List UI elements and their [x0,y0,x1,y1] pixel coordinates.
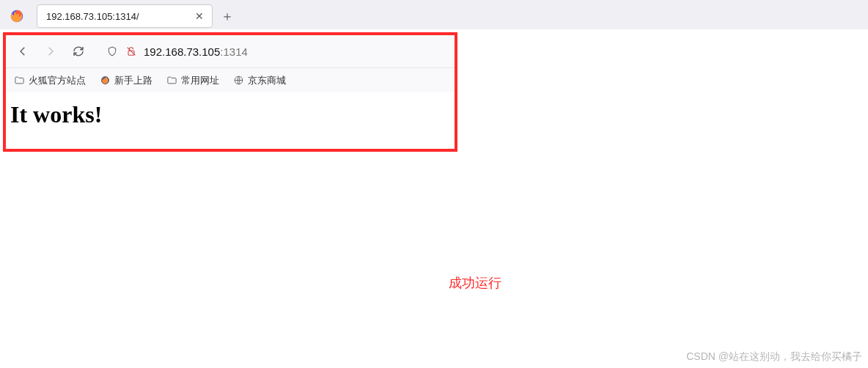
shield-icon [106,45,119,58]
globe-icon [232,75,244,87]
url-text: 192.168.73.105:1314 [144,45,248,58]
bookmark-item-getting-started[interactable]: 新手上路 [99,74,152,87]
bookmark-label: 新手上路 [114,74,152,87]
firefox-logo-icon [9,8,25,24]
firefox-icon [99,75,111,87]
address-bar[interactable]: 192.168.73.105:1314 [94,35,450,67]
bookmark-item-common-urls[interactable]: 常用网址 [166,74,219,87]
annotation-highlight-box: 192.168.73.105:1314 火狐官方站点 新手上路 常用网址 [3,32,457,152]
url-host: 192.168.73.105 [144,45,220,58]
bookmark-label: 常用网址 [181,74,219,87]
browser-tab[interactable]: 192.168.73.105:1314/ ✕ [37,4,213,28]
annotation-caption: 成功运行 [449,274,501,292]
lock-slash-icon [125,45,138,58]
new-tab-button[interactable]: ＋ [217,6,238,26]
folder-icon [166,75,177,87]
bookmarks-toolbar: 火狐官方站点 新手上路 常用网址 京东商城 [6,67,455,92]
bookmark-label: 火狐官方站点 [29,74,86,87]
bookmark-label: 京东商城 [248,74,286,87]
back-button[interactable] [10,39,35,64]
browser-navbar: 192.168.73.105:1314 [6,35,455,67]
page-content: It works! [6,92,455,149]
bookmark-item-firefox-official[interactable]: 火狐官方站点 [13,74,86,87]
tab-title: 192.168.73.105:1314/ [46,11,187,22]
page-heading: It works! [10,101,450,128]
folder-icon [13,75,25,87]
forward-button[interactable] [38,39,63,64]
close-icon[interactable]: ✕ [193,10,206,23]
url-port: :1314 [220,45,248,58]
watermark-text: CSDN @站在这别动，我去给你买橘子 [686,350,862,364]
reload-button[interactable] [66,39,91,64]
browser-titlebar: 192.168.73.105:1314/ ✕ ＋ [0,0,868,29]
bookmark-item-jd[interactable]: 京东商城 [232,74,286,87]
